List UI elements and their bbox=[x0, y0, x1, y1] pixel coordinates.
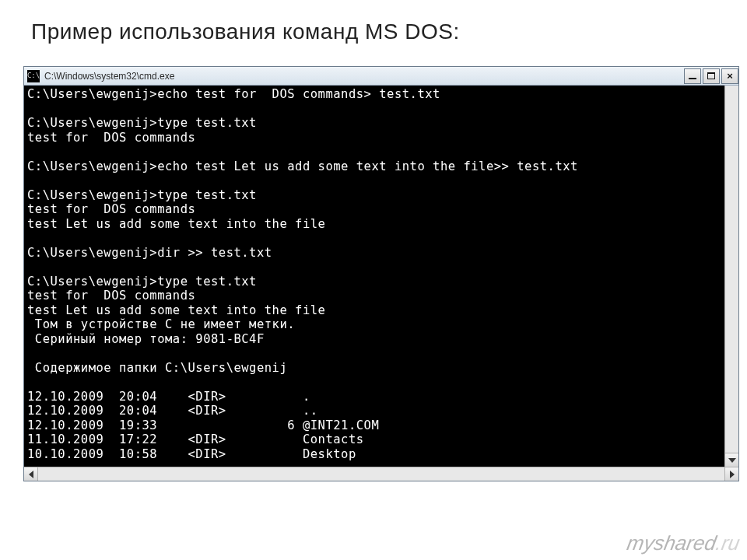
window-controls: × bbox=[682, 68, 738, 84]
close-button[interactable]: × bbox=[721, 68, 738, 84]
terminal-line bbox=[27, 145, 735, 159]
terminal-line: test for DOS commands bbox=[27, 131, 735, 145]
terminal-line: C:\Users\ewgenij>type test.txt bbox=[27, 188, 735, 203]
watermark: myshared.ru bbox=[625, 531, 742, 555]
terminal-line bbox=[27, 375, 735, 390]
scroll-track[interactable] bbox=[38, 467, 724, 481]
watermark-main: myshared bbox=[625, 531, 717, 555]
terminal-line: test for DOS commands bbox=[27, 202, 735, 217]
terminal-line: Серийный номер тома: 9081-BC4F bbox=[27, 332, 735, 347]
chevron-right-icon bbox=[730, 471, 735, 478]
cmd-window: C:\ C:\Windows\system32\cmd.exe × C:\Use… bbox=[23, 66, 739, 481]
scroll-right-button[interactable] bbox=[724, 467, 738, 481]
terminal-line: C:\Users\ewgenij>type test.txt bbox=[27, 275, 735, 289]
cmd-icon: C:\ bbox=[27, 70, 40, 82]
terminal-line: test Let us add some text into the file bbox=[27, 217, 735, 232]
scroll-left-button[interactable] bbox=[24, 467, 38, 481]
minimize-button[interactable] bbox=[684, 68, 701, 84]
terminal-line bbox=[27, 231, 735, 246]
terminal-line: test Let us add some text into the file bbox=[27, 303, 735, 318]
terminal-line bbox=[27, 346, 735, 361]
terminal-line: 12.10.2009 20:04 <DIR> . bbox=[27, 390, 735, 404]
titlebar[interactable]: C:\ C:\Windows\system32\cmd.exe × bbox=[24, 67, 738, 86]
minimize-icon bbox=[689, 78, 696, 79]
chevron-down-icon bbox=[728, 458, 736, 463]
terminal-line: C:\Users\ewgenij>echo test for DOS comma… bbox=[27, 87, 735, 102]
terminal-line: test for DOS commands bbox=[27, 289, 735, 303]
terminal-line: 11.10.2009 17:22 <DIR> Contacts bbox=[27, 432, 735, 447]
horizontal-scrollbar[interactable] bbox=[24, 467, 738, 481]
close-icon: × bbox=[727, 72, 733, 80]
page-heading: Пример использования команд MS DOS: bbox=[31, 19, 460, 44]
terminal-line: C:\Users\ewgenij>dir >> test.txt bbox=[27, 246, 735, 261]
terminal-line bbox=[27, 173, 735, 188]
terminal-line: 12.10.2009 20:04 <DIR> .. bbox=[27, 404, 735, 418]
cmd-icon-label: C:\ bbox=[27, 72, 40, 79]
chevron-left-icon bbox=[29, 471, 33, 478]
terminal-line: 12.10.2009 19:33 6 @INT21.COM bbox=[27, 418, 735, 433]
terminal-line: C:\Users\ewgenij>type test.txt bbox=[27, 116, 735, 131]
maximize-icon bbox=[707, 72, 715, 79]
terminal-output[interactable]: C:\Users\ewgenij>echo test for DOS comma… bbox=[24, 86, 738, 467]
vertical-scrollbar[interactable] bbox=[724, 86, 738, 467]
terminal-line: Том в устройстве C не имеет метки. bbox=[27, 317, 735, 332]
terminal-line bbox=[27, 260, 735, 275]
terminal-line bbox=[27, 102, 735, 117]
watermark-suffix: .ru bbox=[714, 531, 742, 555]
scroll-down-button[interactable] bbox=[725, 453, 738, 467]
terminal-line: C:\Users\ewgenij>echo test Let us add so… bbox=[27, 159, 735, 174]
terminal-line: Содержимое папки C:\Users\ewgenij bbox=[27, 361, 735, 376]
terminal-line: 10.10.2009 10:58 <DIR> Desktop bbox=[27, 447, 735, 462]
maximize-button[interactable] bbox=[703, 68, 720, 84]
window-title: C:\Windows\system32\cmd.exe bbox=[44, 71, 682, 82]
